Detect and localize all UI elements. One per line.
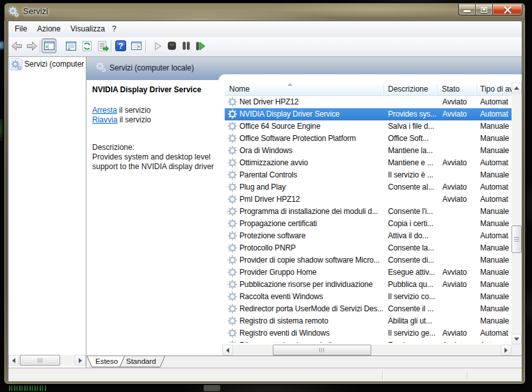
forward-button[interactable] [24,38,40,54]
service-gear-icon [227,340,238,343]
service-row[interactable]: Ora di Windows Mantiene la... Manuale [225,145,512,157]
service-gear-icon [227,304,238,314]
refresh-button[interactable] [79,38,95,54]
service-row[interactable]: Rilevamento hardware shell Fornisce no..… [225,339,512,343]
column-header-nome[interactable]: Nome [229,85,250,94]
service-startup-type: Manuale [480,268,512,277]
maximize-button[interactable] [476,4,492,15]
tab-esteso[interactable]: Esteso [95,357,118,365]
service-gear-icon [227,255,238,265]
scroll-up-button[interactable] [512,83,522,94]
console-tree-toggle-button[interactable] [42,38,56,53]
service-row[interactable]: Registro eventi di Windows Il servizio g… [225,327,512,339]
status-bar [8,368,522,381]
toolbar-separator [40,40,40,53]
service-row[interactable]: Ottimizzazione avvio Mantiene e ... Avvi… [225,157,512,169]
menu-azione[interactable]: Azione [37,21,61,37]
service-row[interactable]: Net Driver HPZ12 Avviato Automat [225,96,512,108]
menu-bar: File Azione Visualizza ? [8,21,522,37]
export-list-button[interactable] [95,38,111,54]
service-row[interactable]: Protocollo PNRP Consente la... Manuale [225,242,512,254]
close-button[interactable] [492,4,522,15]
help-icon: ? [115,40,126,51]
service-gear-icon [227,133,238,143]
services-window: Servizi File Azione Visualizza ? [4,3,526,384]
service-row[interactable]: Protezione software Attiva il do... Auto… [225,230,512,242]
menu-visualizza[interactable]: Visualizza [70,21,105,37]
service-row[interactable]: Plug and Play Consente al... Avviato Aut… [225,181,512,193]
toolbar-separator [145,40,146,53]
scroll-thumb[interactable] [273,345,371,355]
service-name: Pml Driver HPZ12 [239,195,383,204]
service-name: Programma di installazione dei moduli d.… [239,207,383,216]
service-row[interactable]: Parental Controls Il servizio è ... Manu… [225,169,512,181]
service-startup-type: Manuale [480,170,512,179]
service-row[interactable]: Provider di copie shadow software Micro.… [225,254,512,266]
service-startup-type: Manuale [480,146,512,155]
scroll-right-button[interactable] [75,355,86,366]
service-description: Pubblica qu... [388,280,439,289]
restart-service-link[interactable]: Riavvia [92,115,117,124]
properties-button[interactable] [63,38,79,54]
scroll-thumb[interactable] [20,355,60,366]
service-row[interactable]: Provider Gruppo Home Esegue attiv... Avv… [225,266,512,279]
service-row[interactable]: Raccolta eventi Windows Il servizio co..… [225,291,512,303]
service-gear-icon [227,231,238,241]
column-header-stato[interactable]: Stato [442,85,460,94]
column-separator[interactable] [476,84,477,95]
list-vertical-scrollbar[interactable] [512,83,522,345]
minimize-button[interactable] [458,4,476,15]
scroll-thumb[interactable] [512,225,522,253]
extended-detail-panel: NVIDIA Display Driver Service Arresta il… [86,80,218,355]
stop-service-button[interactable] [164,38,179,54]
scroll-left-button[interactable] [222,345,233,355]
scroll-right-button[interactable] [501,345,512,355]
maximize-icon [481,7,487,13]
service-row[interactable]: Office Software Protection Platform Offi… [225,133,512,145]
column-separator[interactable] [383,84,383,95]
title-bar[interactable]: Servizi [4,3,525,20]
service-row[interactable]: NVIDIA Display Driver Service Provides s… [225,108,512,120]
scroll-left-button[interactable] [8,355,19,366]
tab-standard[interactable]: Standard [126,357,156,365]
pause-service-button[interactable] [179,38,194,54]
column-separator[interactable] [437,84,437,95]
stop-service-link[interactable]: Arresta [92,106,117,115]
service-startup-type: Manuale [480,219,512,228]
service-row[interactable]: Programma di installazione dei moduli d.… [225,206,512,218]
scroll-down-button[interactable] [512,334,522,345]
service-status: Avviato [442,110,480,118]
restart-service-button[interactable] [193,38,208,54]
desktop-wallpaper-fragment [0,119,3,141]
back-button[interactable] [9,38,24,54]
action-pane-toggle-button[interactable] [129,38,144,54]
service-name: Propagazione certificati [239,219,383,228]
help-button[interactable]: ? [113,38,128,54]
list-horizontal-scrollbar[interactable] [222,345,512,355]
tree-horizontal-scrollbar[interactable] [8,355,86,366]
refresh-icon [82,41,92,51]
column-header-descrizione[interactable]: Descrizione [388,85,428,94]
service-row[interactable]: Office 64 Source Engine Salva i file d..… [225,120,512,133]
service-startup-type: Manuale [480,122,512,131]
service-row[interactable]: Propagazione certificati Copia i certi..… [225,218,512,230]
service-description: Salva i file d... [388,122,439,131]
desktop-icon-label-fragment [9,386,46,391]
service-actions: Arresta il servizio Riavvia il servizio [92,106,151,125]
service-startup-type: Manuale [480,280,512,289]
service-name: Net Driver HPZ12 [239,97,383,106]
service-row[interactable]: Redirector porta UserMode di Servizi Des… [225,303,512,315]
service-row[interactable]: Pml Driver HPZ12 Avviato Automat [225,193,512,206]
service-name: Rilevamento hardware shell [239,341,383,343]
menu-help[interactable]: ? [112,21,117,37]
restart-service-suffix: il servizio [117,115,151,124]
service-name: Ora di Windows [239,146,383,155]
service-row[interactable]: Registro di sistema remoto Abilita gli u… [225,315,512,327]
client-area: File Azione Visualizza ? [8,20,522,381]
service-startup-type: Automat [480,183,512,192]
menu-file[interactable]: File [15,21,27,37]
service-description: Fornisce no... [388,341,439,343]
service-row[interactable]: Pubblicazione risorse per individuazione… [225,279,512,291]
service-description: Provides system and desktop level suppor… [92,152,219,171]
column-header-tipo[interactable]: Tipo di av [480,85,513,94]
